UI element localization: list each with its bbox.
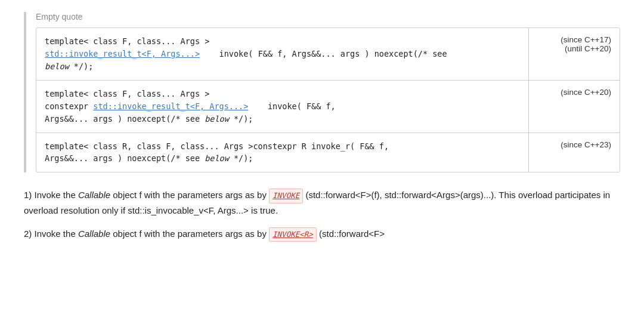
- code-table-wrapper: template< class F, class... Args > std::…: [36, 27, 620, 172]
- code-cell-3: template< class R, class F, class... Arg…: [36, 132, 528, 172]
- table-row: template< class F, class... Args > std::…: [36, 28, 620, 80]
- code-cell-2: template< class F, class... Args > const…: [36, 80, 528, 132]
- below-text-2: below: [205, 114, 229, 124]
- below-text: below: [45, 61, 69, 71]
- quote-block: Empty quote template< class F, class... …: [24, 12, 620, 172]
- page-wrapper: Empty quote template< class F, class... …: [24, 12, 620, 252]
- code-text: template< class F, class... Args > std::…: [45, 36, 447, 71]
- version-until-20: (until C++20): [537, 44, 611, 53]
- desc1-number: 1) Invoke the: [24, 190, 78, 200]
- code-text: template< class R, class F, class... Arg…: [45, 141, 389, 164]
- description-section: 1) Invoke the Callable object f with the…: [24, 186, 620, 252]
- code-cell-1: template< class F, class... Args > std::…: [36, 28, 528, 80]
- invoke-result-link-2[interactable]: std::invoke_result_t<F, Args...>: [93, 101, 248, 111]
- desc2-mid: object f with the parameters args as by: [110, 229, 269, 239]
- code-table: template< class F, class... Args > std::…: [36, 28, 620, 172]
- version-cell-1: (since C++17) (until C++20): [528, 28, 620, 80]
- desc1-mid: object f with the parameters args as by: [110, 190, 269, 200]
- invoke-badge-2[interactable]: INVOKE<R>: [269, 227, 317, 242]
- invoke-result-link-1[interactable]: std::invoke_result_t<F, Args...>: [45, 49, 200, 58]
- table-row: template< class F, class... Args > const…: [36, 80, 620, 132]
- invoke-badge-1[interactable]: INVOKE: [269, 189, 303, 203]
- desc2-callable: Callable: [78, 229, 110, 239]
- version-cell-3: (since C++23): [528, 132, 620, 172]
- version-cell-2: (since C++20): [528, 80, 620, 132]
- version-since-23: (since C++23): [537, 140, 611, 149]
- desc1-callable: Callable: [78, 190, 110, 200]
- table-row: template< class R, class F, class... Arg…: [36, 132, 620, 172]
- below-text-3: below: [205, 153, 229, 163]
- description-2: 2) Invoke the Callable object f with the…: [24, 227, 620, 242]
- empty-quote-label: Empty quote: [36, 12, 620, 21]
- version-since-17: (since C++17): [537, 35, 611, 44]
- version-since-20: (since C++20): [537, 88, 611, 97]
- desc2-rest: (std::forward<F>: [317, 229, 385, 239]
- description-1: 1) Invoke the Callable object f with the…: [24, 188, 620, 218]
- code-text: template< class F, class... Args > const…: [45, 89, 336, 124]
- desc2-number: 2) Invoke the: [24, 229, 78, 239]
